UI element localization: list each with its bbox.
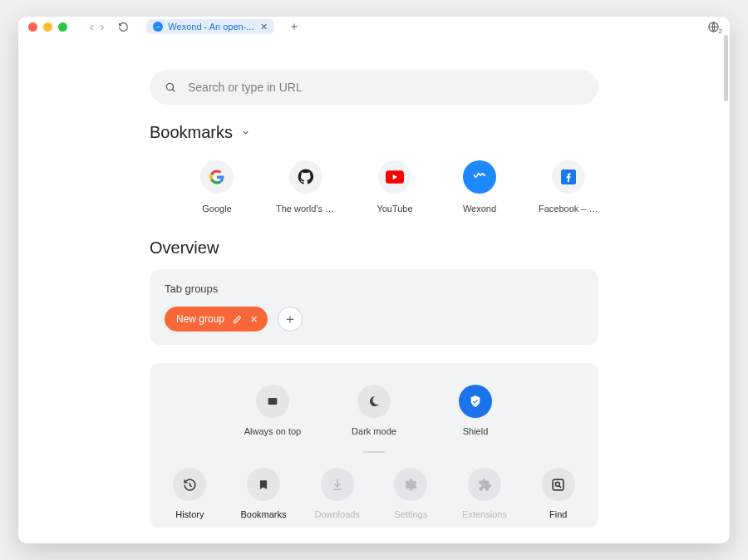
search-icon [165,81,176,93]
bookmarks-heading-row[interactable]: Bookmarks [150,123,598,142]
chevron-down-icon [241,128,250,137]
divider [363,451,385,453]
window-maximize-traffic[interactable] [58,22,67,32]
bookmarks-heading: Bookmarks [150,123,233,142]
new-group-label: New group [176,313,224,325]
overview-heading: Overview [150,238,598,258]
translate-icon[interactable]: 2 [707,21,720,33]
action-bookmarks[interactable]: Bookmarks [239,468,289,519]
bookmark-facebook[interactable]: Facebook – zal… [539,160,598,214]
active-tab[interactable]: ~ Wexond - An open-... ✕ [146,19,274,34]
svg-point-6 [555,482,559,486]
action-find[interactable]: Find [533,468,583,519]
moon-icon [357,385,391,418]
action-label: Downloads [314,509,359,519]
titlebar-right: 2 [707,21,720,33]
tab-groups-title: Tab groups [165,282,583,295]
quick-label: Shield [463,426,489,436]
bookmark-label: The world's lead… [276,204,336,214]
history-icon [173,468,206,501]
bookmark-icon [247,468,280,501]
new-tab-button[interactable]: ＋ [288,19,300,34]
quick-label: Dark mode [352,426,396,436]
bookmarks-row: Google The world's lead… YouTube [150,160,598,214]
tab-title: Wexond - An open-... [168,22,253,32]
svg-rect-4 [268,398,278,405]
action-label: Extensions [462,509,507,519]
window-minimize-traffic[interactable] [43,22,52,32]
scrollbar-thumb[interactable] [724,35,728,101]
quick-label: Always on top [244,426,301,436]
bookmark-label: Google [202,204,231,214]
github-icon [289,160,322,194]
tab-groups-card: Tab groups New group ✕ ＋ [150,269,598,345]
quick-always-on-top[interactable]: Always on top [239,385,306,436]
action-label: Settings [394,509,427,519]
svg-point-1 [166,83,173,90]
gear-icon [394,468,427,501]
find-icon [542,468,575,501]
new-group-pill[interactable]: New group ✕ [165,307,268,332]
facebook-icon [552,160,585,194]
action-downloads[interactable]: Downloads [312,468,362,519]
browser-window: ‹ › ~ Wexond - An open-... ✕ ＋ 2 [18,17,730,543]
add-group-button[interactable]: ＋ [278,307,303,332]
bookmark-google[interactable]: Google [191,160,243,214]
svg-rect-5 [553,479,563,490]
wexond-icon [463,160,496,194]
action-settings[interactable]: Settings [386,468,436,519]
action-extensions[interactable]: Extensions [460,468,510,519]
bookmark-youtube[interactable]: YouTube [369,160,421,214]
action-history[interactable]: History [165,468,215,519]
bookmark-label: Wexond [463,204,496,214]
titlebar: ‹ › ~ Wexond - An open-... ✕ ＋ 2 [18,17,730,37]
quick-dark-mode[interactable]: Dark mode [341,385,407,436]
puzzle-icon [468,468,501,501]
bookmark-wexond[interactable]: Wexond [454,160,505,214]
translate-badge: 2 [719,27,722,35]
action-label: Find [549,509,567,519]
square-icon [256,385,289,418]
tab-groups-row: New group ✕ ＋ [165,307,583,332]
pencil-icon[interactable] [233,315,242,324]
search-input[interactable] [188,81,583,94]
quick-row: Always on top Dark mode Shield [165,385,583,436]
search-bar[interactable] [150,70,598,105]
action-label: Bookmarks [240,509,286,519]
forward-button[interactable]: › [101,21,105,32]
content: Bookmarks Google The world's lea [18,37,730,543]
reload-button[interactable] [118,22,129,32]
youtube-icon [378,160,411,194]
close-icon[interactable]: ✕ [250,314,258,325]
shield-icon [459,385,492,418]
bookmark-label: Facebook – zal… [539,204,598,214]
bookmark-label: YouTube [376,204,412,214]
action-label: History [175,509,204,519]
window-close-traffic[interactable] [28,22,37,32]
quick-shield[interactable]: Shield [442,385,509,436]
tab-close-icon[interactable]: ✕ [260,22,268,32]
download-icon [321,468,354,501]
quick-card: Always on top Dark mode Shield [150,363,598,528]
back-button[interactable]: ‹ [90,21,94,32]
wexond-icon: ~ [153,22,163,32]
google-icon [200,160,234,194]
actions-row: History Bookmarks Downloads [165,468,583,519]
bookmark-github[interactable]: The world's lead… [276,160,336,214]
nav-arrows: ‹ › [90,21,104,32]
